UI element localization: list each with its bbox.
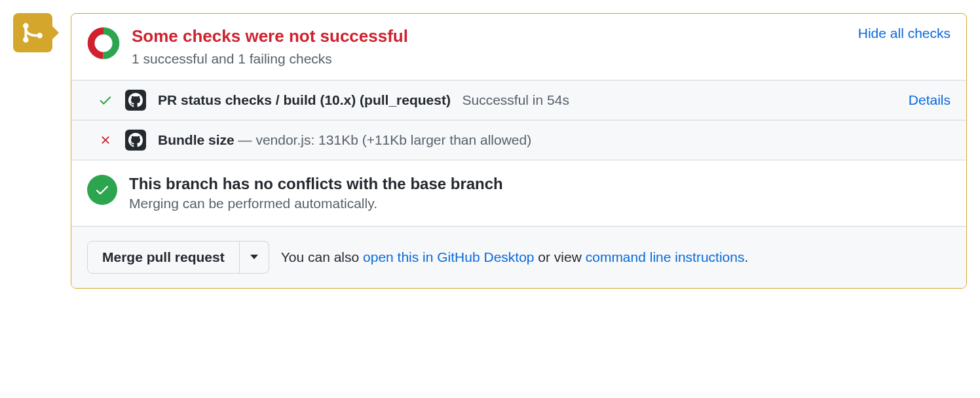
merge-footer: Merge pull request You can also open thi… (71, 226, 966, 288)
check-row: PR status checks / build (10.x) (pull_re… (71, 80, 966, 120)
command-line-instructions-link[interactable]: command line instructions (586, 249, 745, 264)
check-name: PR status checks / build (10.x) (pull_re… (158, 92, 451, 107)
caret-down-icon (250, 255, 258, 259)
merge-options-dropdown[interactable] (240, 241, 269, 274)
merge-pull-request-button[interactable]: Merge pull request (87, 241, 240, 274)
git-merge-icon (22, 22, 44, 44)
check-row: Bundle size — vendor.js: 131Kb (+11Kb la… (71, 120, 966, 160)
merge-status-badge (13, 13, 52, 52)
github-avatar-icon (125, 90, 146, 111)
conflicts-section: This branch has no conflicts with the ba… (71, 160, 966, 226)
github-avatar-icon (125, 130, 146, 151)
conflicts-title: This branch has no conflicts with the ba… (129, 175, 503, 193)
status-donut-icon (87, 27, 120, 60)
merge-panel: Some checks were not successful 1 succes… (71, 13, 967, 289)
merge-footer-text: You can also open this in GitHub Desktop… (281, 249, 749, 265)
check-details-link[interactable]: Details (909, 92, 951, 108)
check-fail-icon (98, 134, 113, 147)
open-github-desktop-link[interactable]: open this in GitHub Desktop (363, 249, 534, 264)
checks-subtitle: 1 successful and 1 failing checks (132, 51, 846, 67)
svg-point-1 (91, 31, 116, 56)
check-text: PR status checks / build (10.x) (pull_re… (158, 92, 897, 108)
check-success-icon (98, 93, 113, 107)
check-text: Bundle size — vendor.js: 131Kb (+11Kb la… (158, 132, 951, 148)
check-name: Bundle size (158, 132, 235, 147)
check-detail: Successful in 54s (462, 92, 569, 107)
no-conflicts-icon (87, 175, 117, 205)
checks-header: Some checks were not successful 1 succes… (71, 14, 966, 80)
check-detail: vendor.js: 131Kb (+11Kb larger than allo… (255, 132, 531, 147)
conflicts-subtitle: Merging can be performed automatically. (129, 196, 503, 211)
hide-all-checks-link[interactable]: Hide all checks (858, 26, 951, 41)
checks-title: Some checks were not successful (132, 26, 846, 47)
